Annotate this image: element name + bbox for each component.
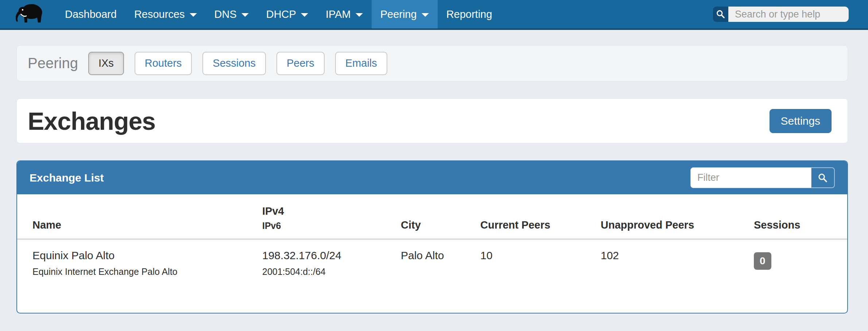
caret-down-icon	[241, 13, 249, 17]
col-header-unapproved-peers: Unapproved Peers	[596, 194, 749, 239]
nav-item-label: DNS	[214, 8, 237, 20]
exchange-list-header: Exchange List	[17, 161, 847, 194]
cell-ip: 198.32.176.0/24 2001:504:d::/64	[258, 239, 396, 281]
exchange-name[interactable]: Equinix Palo Alto	[32, 249, 253, 262]
page-header-card: Exchanges Settings	[16, 98, 848, 143]
col-header-ipv6: IPv6	[262, 221, 392, 231]
col-header-ipv4: IPv4	[262, 205, 392, 217]
col-header-ip: IPv4 IPv6	[258, 194, 396, 239]
nav-item-label: IPAM	[326, 8, 351, 20]
peers-button[interactable]: Peers	[276, 52, 325, 75]
page-title: Exchanges	[28, 107, 155, 135]
navbar-search-button[interactable]	[713, 7, 728, 22]
col-header-city: City	[396, 194, 476, 239]
nav-item-peering[interactable]: Peering	[372, 0, 438, 28]
filter-input[interactable]	[690, 167, 811, 188]
nav-item-label: Dashboard	[65, 8, 117, 20]
exchange-list-panel: Exchange List Name IPv4 IPv6 Cit	[16, 160, 848, 314]
mammoth-logo[interactable]	[15, 3, 44, 26]
sessions-badge[interactable]: 0	[754, 252, 771, 270]
filter-search-button[interactable]	[811, 167, 835, 188]
nav-item-label: DHCP	[266, 8, 296, 20]
section-title: Peering	[28, 55, 78, 71]
caret-down-icon	[301, 13, 308, 17]
cell-city: Palo Alto	[396, 239, 476, 281]
nav-item-ipam[interactable]: IPAM	[317, 0, 372, 28]
cell-current-peers: 10	[476, 239, 596, 281]
ixs-button[interactable]: IXs	[88, 52, 124, 75]
search-icon	[818, 173, 828, 183]
nav-item-label: Resources	[134, 8, 185, 20]
exchange-description: Equinix Internet Exchange Palo Alto	[32, 266, 253, 277]
nav-item-label: Peering	[380, 8, 417, 20]
nav-item-label: Reporting	[446, 8, 492, 20]
panel-title: Exchange List	[30, 172, 104, 184]
exchange-ipv4: 198.32.176.0/24	[262, 249, 392, 262]
nav-item-resources[interactable]: Resources	[125, 0, 206, 28]
main-menu: Dashboard Resources DNS DHCP IPAM Peerin…	[56, 0, 501, 28]
nav-item-dhcp[interactable]: DHCP	[257, 0, 317, 28]
nav-item-dashboard[interactable]: Dashboard	[56, 0, 125, 28]
exchange-ipv6: 2001:504:d::/64	[262, 266, 392, 277]
col-header-sessions: Sessions	[749, 194, 847, 239]
navbar-search-group	[713, 7, 849, 22]
cell-sessions: 0	[749, 239, 847, 281]
mammoth-icon	[15, 3, 44, 26]
top-navbar: Dashboard Resources DNS DHCP IPAM Peerin…	[0, 0, 868, 30]
search-icon	[716, 9, 725, 19]
nav-item-dns[interactable]: DNS	[206, 0, 257, 28]
caret-down-icon	[190, 13, 197, 17]
exchange-table: Name IPv4 IPv6 City Current Peers Unappr…	[17, 194, 847, 281]
caret-down-icon	[356, 13, 363, 17]
col-header-current-peers: Current Peers	[476, 194, 596, 239]
table-header-row: Name IPv4 IPv6 City Current Peers Unappr…	[17, 194, 847, 239]
navbar-search-input[interactable]	[728, 7, 849, 22]
cell-name: Equinix Palo Alto Equinix Internet Excha…	[17, 239, 258, 281]
cell-unapproved-peers: 102	[596, 239, 749, 281]
settings-button[interactable]: Settings	[770, 109, 832, 133]
col-header-name: Name	[17, 194, 258, 239]
emails-button[interactable]: Emails	[335, 52, 387, 75]
filter-group	[690, 167, 835, 188]
nav-item-reporting[interactable]: Reporting	[438, 0, 501, 28]
routers-button[interactable]: Routers	[135, 52, 192, 75]
table-row[interactable]: Equinix Palo Alto Equinix Internet Excha…	[17, 239, 847, 281]
sessions-button[interactable]: Sessions	[202, 52, 266, 75]
peering-toolbar: Peering IXs Routers Sessions Peers Email…	[16, 45, 848, 81]
caret-down-icon	[422, 13, 429, 17]
